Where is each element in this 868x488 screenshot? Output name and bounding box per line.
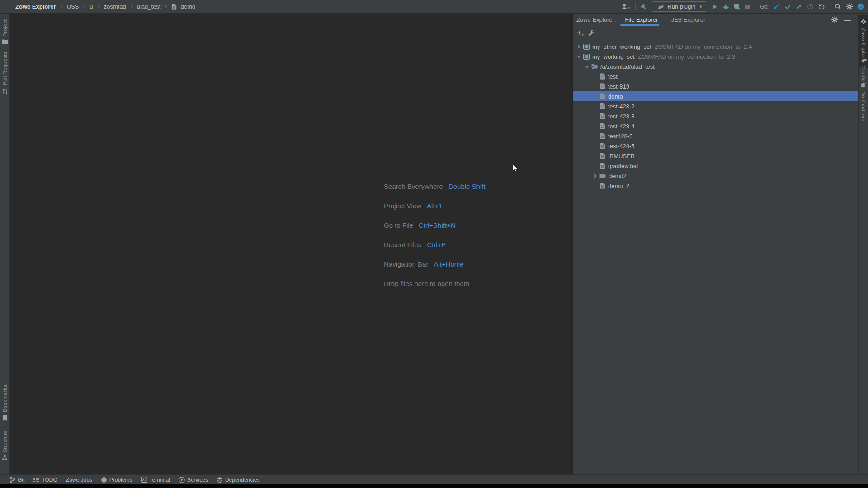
breadcrumb-file[interactable]: demo (180, 3, 195, 10)
debug-icon[interactable] (722, 2, 729, 12)
tree-row-IBMUSER[interactable]: IBMUSER (573, 151, 858, 161)
chevron-down-icon[interactable] (576, 55, 582, 59)
project-folder-icon (2, 39, 8, 44)
tree-row-test-428-5[interactable]: test-428-5 (573, 141, 858, 151)
stripe-button-label: Bookmarks (2, 385, 8, 412)
git-commit-icon[interactable] (784, 2, 791, 12)
git-push-icon[interactable] (796, 2, 802, 12)
wrench-icon[interactable] (588, 28, 595, 38)
tree-item-suffix: ZOSMFAD on my_connection_to_2.3 (638, 53, 735, 60)
chevron-right-icon[interactable] (592, 174, 598, 178)
hint-shortcut: Ctrl+E (427, 240, 446, 249)
file-icon (600, 153, 605, 159)
gradle-elephant-icon (860, 57, 867, 63)
tree-row-test428-5[interactable]: test428-5 (573, 131, 858, 141)
panel-gear-icon[interactable] (831, 15, 838, 25)
profile-sphere-icon[interactable] (857, 2, 864, 12)
stripe-button-gradle[interactable]: Gradle (859, 57, 868, 82)
stripe-button-bookmarks[interactable]: Bookmarks (0, 385, 9, 421)
tab-jes-explorer[interactable]: JES Explorer (670, 14, 706, 26)
breadcrumb-separator-icon (60, 5, 63, 9)
tree-row-my_other_working_set[interactable]: my_other_working_setZOSMFAD on my_connec… (573, 42, 858, 52)
stripe-button-pull-requests[interactable]: Pull Requests (0, 52, 9, 94)
tool-window-button-zowe-jobs[interactable]: Zowe Jobs (66, 477, 92, 483)
git-branch-icon (9, 477, 15, 483)
chevron-down-icon[interactable] (584, 65, 590, 69)
rollback-icon[interactable] (818, 2, 825, 12)
hint-label: Go to File (384, 221, 413, 230)
settings-gear-icon[interactable] (846, 2, 853, 12)
toolbar-separator (755, 3, 755, 10)
search-icon[interactable] (835, 2, 841, 12)
chevron-right-icon[interactable] (576, 45, 582, 49)
file-icon (600, 123, 605, 129)
breadcrumb-segment[interactable]: USS (67, 3, 79, 10)
add-profile-icon[interactable] (576, 28, 584, 38)
bottom-edge (0, 484, 868, 488)
tool-window-button-git[interactable]: Git (9, 477, 24, 483)
dependencies-icon (217, 477, 223, 483)
tree-item-label: demo (608, 93, 623, 100)
tree-row-gradlew.bat[interactable]: gradlew.bat (573, 161, 858, 171)
shortcut-hint-row: Drop files here to open them (384, 279, 486, 288)
hide-panel-icon[interactable]: — (844, 18, 851, 22)
tree-row-test-428-2[interactable]: test-428-2 (573, 101, 858, 111)
tree-item-label: test-428-4 (608, 123, 635, 130)
shortcut-hint-row: Recent FilesCtrl+E (384, 240, 486, 249)
tool-window-button-todo[interactable]: TODO (33, 477, 57, 483)
breadcrumb[interactable]: Zowe ExplorerUSSuzosmfadulad_testdemo (0, 3, 195, 10)
breadcrumb-root[interactable]: Zowe Explorer (15, 3, 56, 10)
breadcrumb-separator-icon (82, 5, 86, 9)
git-update-icon[interactable] (773, 2, 780, 12)
stripe-button-structure[interactable]: Structure (0, 430, 9, 461)
tab-file-explorer[interactable]: File Explorer (624, 14, 658, 26)
tree-row-my_working_set[interactable]: my_working_setZOSMFAD on my_connection_t… (573, 52, 858, 61)
tree-item-label: gradlew.bat (608, 163, 638, 169)
left-tool-stripe: ProjectPull RequestsBookmarksStructure (0, 14, 10, 474)
zowe-diamond-icon (860, 18, 867, 25)
working-set-icon (583, 44, 590, 50)
run-coverage-icon[interactable] (734, 2, 741, 12)
history-icon (807, 2, 814, 12)
stripe-button-notifications[interactable]: Notifications (859, 82, 868, 122)
tree-row-test-819[interactable]: test-819 (573, 81, 858, 91)
tree-row-test[interactable]: test (573, 71, 858, 81)
tree-item-label: /u/zosmfad/ulad_test (600, 63, 655, 70)
tree-row-demo_2[interactable]: demo_2 (573, 181, 858, 191)
tree-row-test-428-3[interactable]: test-428-3 (573, 111, 858, 121)
run-configuration-dropdown[interactable]: Run plugin ▼ (652, 1, 707, 12)
run-icon[interactable] (712, 2, 718, 12)
breadcrumb-segment[interactable]: ulad_test (137, 3, 161, 10)
tree-row-demo2[interactable]: demo2 (573, 171, 858, 181)
stripe-button-project[interactable]: Project (0, 19, 9, 44)
tool-window-button-dependencies[interactable]: Dependencies (217, 477, 260, 483)
bottom-tool-bar: GitTODOZowe JobsProblemsTerminalServices… (0, 474, 868, 484)
hint-label: Search Everywhere (384, 182, 443, 191)
zowe-explorer-panel: Zowe Explorer: File ExplorerJES Explorer… (572, 14, 858, 474)
breadcrumb-segment[interactable]: zosmfad (104, 3, 126, 10)
breadcrumb-separator-icon (130, 5, 133, 9)
right-tool-stripe: Zowe ExplorerGradleNotifications (858, 14, 868, 474)
tool-window-button-problems[interactable]: Problems (101, 477, 132, 483)
hint-shortcut: Alt+Home (434, 259, 463, 269)
shortcut-hint-row: Navigation BarAlt+Home (384, 259, 486, 269)
file-icon (600, 113, 605, 119)
tool-window-button-terminal[interactable]: Terminal (141, 477, 170, 483)
tree-item-label: test-428-5 (608, 143, 635, 150)
tool-window-button-label: Services (187, 477, 208, 483)
tree-row-demo[interactable]: demo (573, 91, 858, 101)
notification-bell-icon (860, 82, 867, 89)
tree-row--u-zosmfad-ulad_test[interactable]: /u/zosmfad/ulad_test (573, 61, 858, 71)
stripe-button-label: Pull Requests (2, 52, 8, 85)
hint-shortcut: Ctrl+Shift+N (419, 221, 456, 230)
chevron-down-icon: ▼ (698, 5, 703, 9)
tree-item-label: test428-5 (608, 133, 632, 140)
user-menu-icon[interactable] (621, 2, 631, 12)
tool-window-button-label: Zowe Jobs (66, 477, 92, 483)
build-hammer-icon[interactable] (640, 2, 647, 12)
breadcrumb-segment[interactable]: u (90, 3, 93, 10)
tree-row-test-428-4[interactable]: test-428-4 (573, 121, 858, 131)
tool-window-button-services[interactable]: Services (179, 477, 208, 483)
shortcut-hints: Search EverywhereDouble ShiftProject Vie… (384, 182, 486, 288)
working-set-icon (583, 54, 590, 60)
